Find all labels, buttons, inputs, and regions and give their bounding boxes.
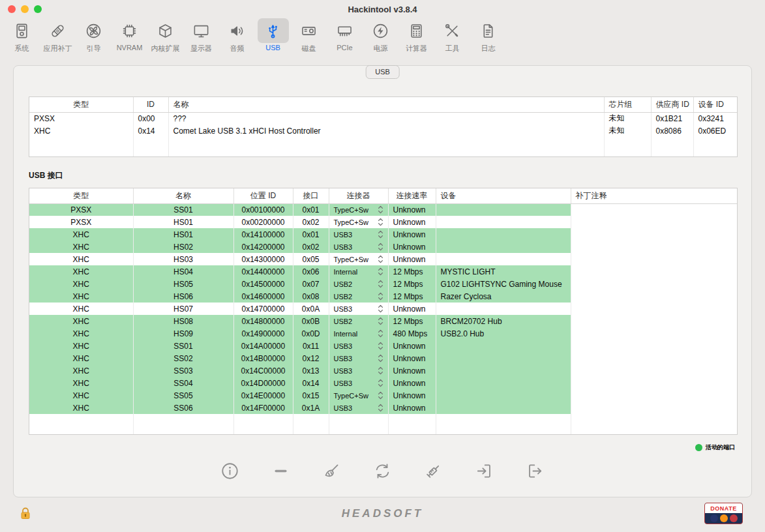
toolbar-item-audio[interactable]: 音频 [219, 18, 255, 54]
toolbar-item-usb[interactable]: USB [255, 18, 291, 52]
cell-device: MYSTIC LIGHT [436, 265, 571, 278]
connector-dropdown[interactable]: USB2 [334, 280, 383, 288]
zoom-button[interactable] [34, 5, 42, 13]
port-row[interactable]: XHCHS010x141000000x01USB3Unknown [29, 228, 737, 241]
cell-location-id: 0x14B00000 [233, 352, 293, 364]
import-button[interactable] [474, 462, 495, 482]
donate-label: DONATE [705, 503, 742, 513]
remove-button[interactable] [271, 462, 292, 482]
connector-value: TypeC+Sw [334, 392, 369, 400]
connector-dropdown[interactable]: USB3 [334, 342, 383, 350]
toolbar-item-power[interactable]: 电源 [363, 18, 398, 54]
cell-type: XHC [29, 303, 133, 315]
connector-dropdown[interactable]: USB2 [334, 292, 383, 301]
pcie-icon [329, 18, 361, 43]
info-button[interactable] [220, 462, 241, 482]
toolbar-item-system[interactable]: 系统 [4, 18, 40, 54]
connector-dropdown[interactable]: USB3 [334, 354, 383, 362]
kexts-icon [150, 18, 181, 43]
export-button[interactable] [525, 462, 546, 482]
port-row[interactable]: XHCHS040x144000000x06Internal12 MbpsMYST… [29, 265, 737, 278]
cell-name: ??? [168, 112, 604, 125]
toolbar-item-nvram[interactable]: NVRAM [112, 18, 147, 52]
controller-row[interactable]: XHC0x14Comet Lake USB 3.1 xHCI Host Cont… [29, 125, 737, 137]
port-row[interactable]: XHCHS080x148000000x0BUSB212 MbpsBRCM2070… [29, 315, 737, 327]
cell-comment [571, 216, 737, 228]
port-row[interactable]: XHCHS070x147000000x0AUSB3Unknown [29, 303, 737, 315]
cell-connector: USB3 [329, 303, 388, 315]
port-row[interactable]: XHCSS010x14A000000x11USB3Unknown [29, 340, 737, 352]
cell-device [436, 253, 571, 265]
toolbar-item-kexts[interactable]: 内核扩展 [147, 18, 183, 54]
port-row[interactable]: XHCSS040x14D000000x14USB3Unknown [29, 377, 737, 389]
inject-button[interactable] [423, 462, 444, 482]
connector-value: USB3 [334, 355, 353, 362]
connector-dropdown[interactable]: USB3 [334, 304, 383, 313]
toolbar-item-log[interactable]: 日志 [470, 18, 506, 54]
toolbar-item-boot[interactable]: 引导 [76, 18, 112, 54]
donate-button[interactable]: DONATE [704, 503, 743, 524]
cell-device [436, 364, 571, 377]
connector-value: USB3 [334, 231, 353, 239]
col-header-device-id: 设备 ID [693, 97, 737, 112]
toolbar-item-tools[interactable]: 工具 [434, 18, 470, 54]
port-row[interactable]: XHCHS050x145000000x07USB212 MbpsG102 LIG… [29, 278, 737, 290]
port-row[interactable]: XHCHS030x143000000x05TypeC+SwUnknown [29, 253, 737, 265]
clear-button[interactable] [322, 462, 342, 482]
col-header-port: 接口 [293, 188, 329, 203]
cell-comment [571, 303, 737, 315]
toolbar-item-label: 磁盘 [302, 44, 316, 53]
connector-dropdown[interactable]: USB3 [334, 366, 383, 375]
connector-dropdown[interactable]: Internal [334, 329, 383, 338]
port-row[interactable]: XHCHS060x146000000x08USB212 MbpsRazer Cy… [29, 290, 737, 303]
cell-type: XHC [29, 402, 133, 414]
connector-dropdown[interactable]: USB2 [334, 317, 383, 325]
toolbar-item-patch[interactable]: 应用补丁 [40, 18, 76, 54]
connector-dropdown[interactable]: TypeC+Sw [334, 391, 383, 400]
connector-dropdown[interactable]: USB3 [334, 243, 383, 251]
cell-location-id: 0x14900000 [233, 327, 293, 340]
col-header-device: 设备 [436, 188, 571, 203]
refresh-button[interactable] [372, 462, 393, 482]
cell-device: Razer Cyclosa [436, 290, 571, 303]
connector-dropdown[interactable]: USB3 [334, 379, 383, 387]
port-row[interactable]: PXSXHS010x002000000x02TypeC+SwUnknown [29, 216, 737, 228]
toolbar-item-displays[interactable]: 显示器 [183, 18, 219, 54]
connector-value: USB2 [334, 318, 353, 325]
toolbar-item-disks[interactable]: 磁盘 [291, 18, 327, 54]
col-header-name: 名称 [168, 97, 604, 112]
cell-id: 0x14 [133, 125, 168, 137]
port-row[interactable]: XHCHS020x142000000x02USB3Unknown [29, 241, 737, 253]
port-row[interactable]: XHCSS060x14F000000x1AUSB3Unknown [29, 402, 737, 414]
altcoin-coin-icon [730, 514, 738, 522]
cell-connector: TypeC+Sw [329, 389, 388, 402]
connector-dropdown[interactable]: USB3 [334, 404, 383, 412]
cell-port: 0x01 [293, 203, 329, 216]
cell-speed: 480 Mbps [388, 327, 436, 340]
port-row[interactable]: XHCHS090x149000000x0DInternal480 MbpsUSB… [29, 327, 737, 340]
traffic-lights [8, 5, 42, 13]
broom-icon [322, 462, 341, 482]
nvram-icon [114, 18, 145, 43]
controller-row[interactable]: PXSX0x00???未知0x1B210x3241 [29, 112, 737, 125]
port-row[interactable]: PXSXSS010x001000000x01TypeC+SwUnknown [29, 203, 737, 216]
cell-location-id: 0x14400000 [233, 265, 293, 278]
connector-dropdown[interactable]: USB3 [334, 230, 383, 239]
minimize-button[interactable] [21, 5, 29, 13]
port-row[interactable]: XHCSS020x14B000000x12USB3Unknown [29, 352, 737, 364]
cell-type: XHC [29, 125, 133, 137]
connector-dropdown[interactable]: TypeC+Sw [334, 218, 383, 226]
close-button[interactable] [8, 5, 16, 13]
connector-dropdown[interactable]: TypeC+Sw [334, 255, 383, 263]
port-row[interactable]: XHCSS030x14C000000x13USB3Unknown [29, 364, 737, 377]
connector-dropdown[interactable]: Internal [334, 267, 383, 276]
cell-comment [571, 377, 737, 389]
toolbar-item-calculator[interactable]: 计算器 [398, 18, 434, 54]
cell-location-id: 0x14800000 [233, 315, 293, 327]
cell-port: 0x15 [293, 389, 329, 402]
connector-dropdown[interactable]: TypeC+Sw [334, 205, 383, 214]
cell-location-id: 0x14200000 [233, 241, 293, 253]
port-row[interactable]: XHCSS050x14E000000x15TypeC+SwUnknown [29, 389, 737, 402]
stepper-icon [378, 280, 383, 288]
toolbar-item-pcie[interactable]: PCIe [327, 18, 363, 52]
